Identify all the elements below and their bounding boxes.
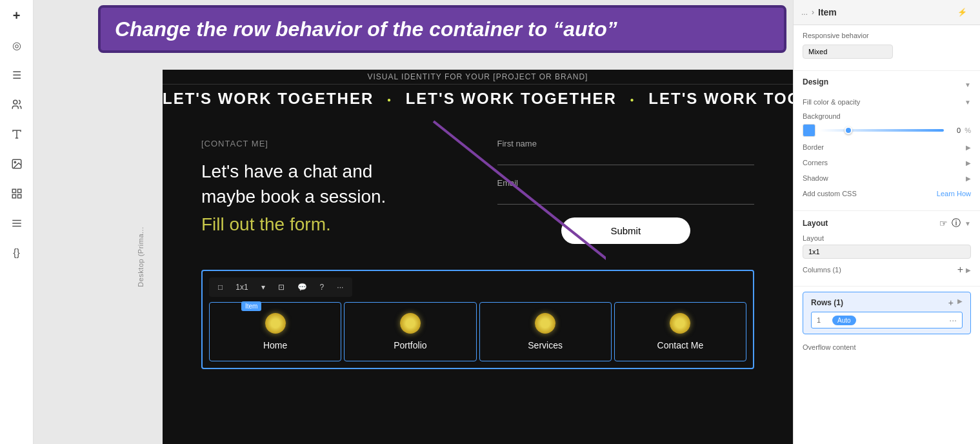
instruction-text: Change the row behavior of the container… <box>115 17 770 41</box>
first-name-line <box>497 152 755 165</box>
custom-css-row[interactable]: Add custom CSS Learn How <box>803 188 971 199</box>
nav-item-icon-services <box>535 313 555 334</box>
nav-toolbar-comment: 💬 <box>294 281 311 293</box>
panel-tabs: ⚡ <box>952 5 972 19</box>
layout-header-icons: ☞ ⓘ ▼ <box>939 217 971 229</box>
nav-toolbar-chevron: ▾ <box>257 281 269 293</box>
opacity-slider-track[interactable] <box>819 129 944 132</box>
learn-how-link[interactable]: Learn How <box>937 190 971 197</box>
image-icon[interactable] <box>8 155 26 173</box>
border-label: Border <box>803 143 824 151</box>
layout-info-icon: ⓘ <box>952 217 961 229</box>
canvas-content: VISUAL IDENTITY FOR YOUR [PROJECT OR BRA… <box>163 70 793 444</box>
rows-expand-icon: ▶ <box>957 298 963 308</box>
shadow-label: Shadow <box>803 174 828 182</box>
rows-section: Rows (1) + ▶ 1 Auto ··· <box>803 292 971 334</box>
nav-toolbar: □ 1x1 ▾ ⊡ 💬 ? ··· <box>209 278 352 297</box>
color-swatch[interactable] <box>803 124 815 137</box>
users-icon[interactable] <box>8 96 26 114</box>
email-line <box>497 192 755 205</box>
nav-toolbar-fit: ⊡ <box>274 281 288 293</box>
add-icon[interactable]: + <box>8 6 26 25</box>
columns-chevron: ▶ <box>966 267 971 274</box>
nav-toolbar-more: ··· <box>333 281 347 293</box>
shadow-row[interactable]: Shadow ▶ <box>803 173 971 183</box>
email-label: Email <box>497 178 755 188</box>
row-menu-dots[interactable]: ··· <box>949 315 957 325</box>
opacity-slider-thumb <box>845 126 852 134</box>
corners-row[interactable]: Corners ▶ <box>803 157 971 168</box>
right-panel: ... › Item ⚡ Responsive behavior Mixed D… <box>793 0 980 444</box>
row-item-1[interactable]: 1 Auto ··· <box>811 312 963 328</box>
fill-color-row[interactable]: Fill color & opacity ▼ <box>803 97 971 107</box>
first-name-field: First name <box>497 139 755 165</box>
color-with-slider: 0 % <box>803 124 971 137</box>
nav-item-label-contact: Contact Me <box>657 340 704 350</box>
marquee-item-2: LET'S WORK TOGETHER <box>406 90 617 107</box>
design-title: Design <box>803 77 828 86</box>
breadcrumb-item: Item <box>818 7 837 17</box>
canvas-area: Change the row behavior of the container… <box>34 0 793 444</box>
responsive-select-row: Mixed <box>803 45 971 59</box>
contact-section: [CONTACT ME] Let's have a chat and maybe… <box>163 113 793 270</box>
responsive-section: Responsive behavior Mixed <box>794 25 980 71</box>
nav-container[interactable]: □ 1x1 ▾ ⊡ 💬 ? ··· Item Home <box>201 270 754 369</box>
marquee-item-3: LET'S WORK TOGETHER <box>648 90 793 107</box>
components-icon[interactable] <box>8 185 26 203</box>
grid-icon[interactable] <box>8 214 26 232</box>
nav-item-contact[interactable]: Contact Me <box>614 302 746 361</box>
code-icon[interactable]: {} <box>8 244 26 262</box>
corners-label: Corners <box>803 159 828 166</box>
canvas-top-bar: VISUAL IDENTITY FOR YOUR [PROJECT OR BRA… <box>163 70 793 84</box>
breadcrumb-arrow: › <box>812 8 814 17</box>
columns-actions: + ▶ <box>957 264 971 276</box>
typography-icon[interactable] <box>8 125 26 143</box>
lightning-icon: ⚡ <box>957 8 967 17</box>
background-row: 0 % <box>803 124 971 137</box>
shadow-chevron: ▶ <box>966 175 971 182</box>
panel-tab-lightning[interactable]: ⚡ <box>952 5 972 19</box>
design-section: Design ▼ Fill color & opacity ▼ Backgrou… <box>794 71 980 211</box>
nav-item-icon-home <box>265 313 286 334</box>
row-value-badge[interactable]: Auto <box>832 316 856 325</box>
breadcrumb-prefix: ... <box>801 8 808 17</box>
percent-sign: % <box>965 126 971 134</box>
panel-header: ... › Item ⚡ <box>794 0 980 25</box>
nav-item-portfolio[interactable]: Portfolio <box>344 302 476 361</box>
responsive-label: Responsive behavior <box>803 32 869 39</box>
fill-chevron: ▼ <box>965 99 971 106</box>
contact-right: First name Email Submit <box>497 139 755 244</box>
border-row[interactable]: Border ▶ <box>803 142 971 152</box>
layout-sub-section: Layout 1x1 <box>803 234 971 259</box>
pages-icon[interactable]: ☰ <box>8 66 26 84</box>
marquee-dot-1: ● <box>387 96 392 103</box>
contact-heading-line2: maybe book a session. <box>201 187 386 207</box>
responsive-select[interactable]: Mixed <box>803 45 893 59</box>
marquee-item-1: LET'S WORK TOGETHER <box>163 90 374 107</box>
layers-icon[interactable]: ◎ <box>8 36 26 54</box>
rows-add-button[interactable]: + <box>948 298 954 308</box>
nav-item-services[interactable]: Services <box>479 302 612 361</box>
contact-cta: Fill out the form. <box>201 214 459 235</box>
fill-label: Fill color & opacity <box>803 98 860 106</box>
instruction-banner: Change the row behavior of the container… <box>98 5 786 53</box>
nav-item-label-home: Home <box>263 340 287 350</box>
contact-left: [CONTACT ME] Let's have a chat and maybe… <box>201 139 459 244</box>
opacity-value: 0 <box>948 126 961 134</box>
nav-toolbar-layout: □ <box>214 281 226 293</box>
submit-button[interactable]: Submit <box>561 217 690 244</box>
nav-item-home[interactable]: Home <box>209 302 341 361</box>
columns-add-button[interactable]: + <box>957 264 963 276</box>
overflow-label: Overflow content <box>794 339 980 355</box>
nav-item-icon-contact <box>670 313 690 334</box>
device-label: Desktop (Prima... <box>134 70 147 444</box>
rows-title: Rows (1) <box>811 298 843 307</box>
layout-select[interactable]: 1x1 <box>803 245 971 259</box>
layout-chevron: ▼ <box>965 220 971 227</box>
nav-toolbar-value: 1x1 <box>232 281 252 293</box>
svg-point-4 <box>14 161 15 163</box>
rows-actions: + ▶ <box>948 298 963 308</box>
nav-toolbar-help: ? <box>316 281 328 293</box>
svg-rect-7 <box>12 195 15 198</box>
design-header-row: Design ▼ <box>803 77 971 92</box>
